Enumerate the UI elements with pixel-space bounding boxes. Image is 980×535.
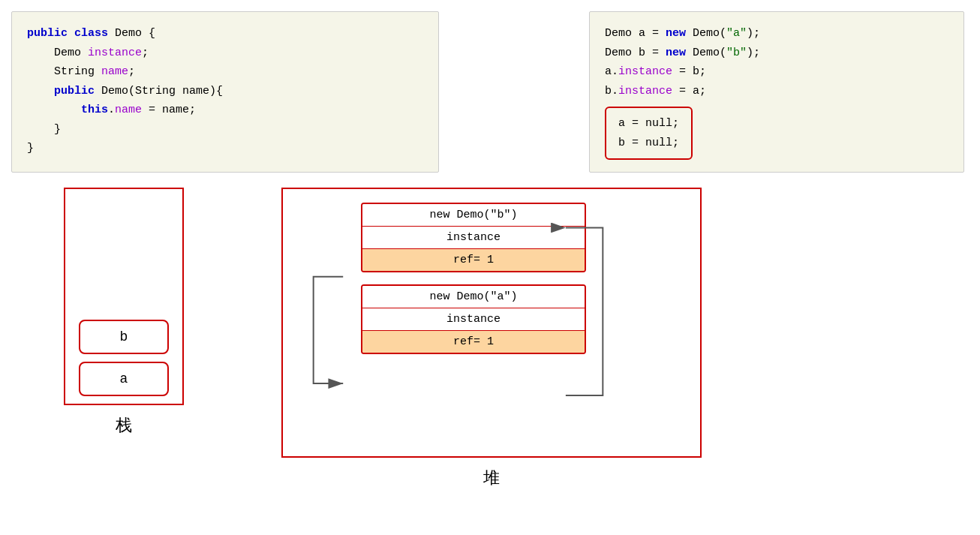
- right-code-line-3: a.instance = b;: [605, 62, 948, 82]
- kw-demo: Demo {: [115, 27, 155, 40]
- code-line-2: Demo instance;: [27, 44, 423, 63]
- code-line-3: String name;: [27, 62, 423, 82]
- var-instance: instance: [88, 47, 142, 59]
- null-line-1: a = null;: [618, 114, 679, 134]
- heap-container: new Demo("b") instance ref= 1 new Demo("…: [281, 188, 702, 458]
- heap-object-a-ref: ref= 1: [362, 331, 585, 353]
- code-line-7: }: [27, 139, 423, 158]
- code-line-1: public class Demo {: [27, 24, 423, 44]
- kw-this: this: [81, 104, 108, 116]
- stack-container: b a: [64, 188, 184, 405]
- stack-section: b a 栈: [11, 188, 236, 437]
- right-code-line-4: b.instance = a;: [605, 82, 948, 101]
- heap-object-b-ref: ref= 1: [362, 249, 585, 271]
- right-code-line-2: Demo b = new Demo("b");: [605, 44, 948, 63]
- indent1: Demo: [27, 47, 88, 59]
- heap-section: new Demo("b") instance ref= 1 new Demo("…: [281, 188, 702, 489]
- heap-label: 堆: [483, 467, 500, 489]
- heap-object-a-title: new Demo("a"): [362, 286, 585, 308]
- code-box-right: Demo a = new Demo("a"); Demo b = new Dem…: [589, 11, 964, 173]
- heap-object-a: new Demo("a") instance ref= 1: [361, 284, 586, 354]
- this-name: name: [115, 104, 142, 116]
- main-container: public class Demo { Demo instance; Strin…: [0, 0, 980, 535]
- code-line-6: }: [27, 120, 423, 140]
- kw-public: public: [27, 27, 74, 40]
- null-highlight-box: a = null; b = null;: [605, 107, 693, 160]
- stack-item-a-label: a: [120, 371, 128, 386]
- heap-object-b: new Demo("b") instance ref= 1: [361, 203, 586, 272]
- stack-item-b-label: b: [120, 329, 128, 344]
- code-box-left: public class Demo { Demo instance; Strin…: [11, 11, 439, 173]
- top-row: public class Demo { Demo instance; Strin…: [11, 11, 969, 173]
- heap-object-a-instance: instance: [362, 308, 585, 331]
- var-name: name: [101, 65, 128, 78]
- code-line-5: this.name = name;: [27, 101, 423, 120]
- kw-public2: public: [54, 85, 101, 98]
- heap-objects: new Demo("b") instance ref= 1 new Demo("…: [361, 203, 682, 354]
- right-code-line-1: Demo a = new Demo("a");: [605, 24, 948, 44]
- stack-item-a: a: [79, 362, 169, 396]
- null-line-2: b = null;: [618, 134, 679, 153]
- stack-label: 栈: [116, 414, 132, 437]
- bottom-row: b a 栈: [11, 188, 969, 489]
- heap-object-b-title: new Demo("b"): [362, 204, 585, 227]
- stack-item-b: b: [79, 320, 169, 354]
- code-line-4: public Demo(String name){: [27, 82, 423, 101]
- kw-class: class: [74, 27, 115, 40]
- heap-object-b-instance: instance: [362, 227, 585, 249]
